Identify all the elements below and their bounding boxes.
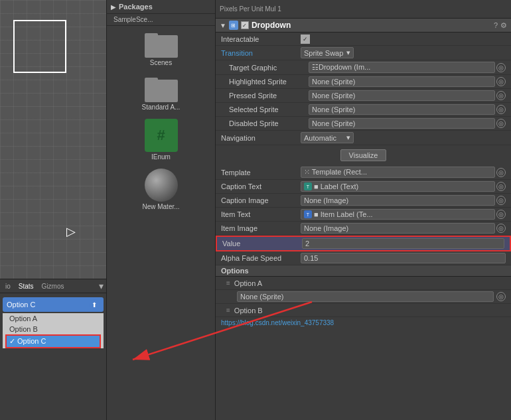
- pressed-sprite-field[interactable]: None (Sprite): [309, 90, 495, 101]
- item-text-field[interactable]: T ■ Item Label (Te...: [301, 209, 495, 220]
- navigation-dropdown[interactable]: Automatic ▾: [301, 132, 354, 143]
- selected-sprite-label: Selected Sprite: [229, 105, 309, 113]
- caption-text-field[interactable]: T ■ Label (Text): [301, 181, 495, 192]
- disabled-sprite-field[interactable]: None (Sprite): [309, 118, 495, 129]
- highlighted-sprite-field[interactable]: None (Sprite): [309, 76, 495, 87]
- transition-dropdown[interactable]: Sprite Swap ▾: [301, 47, 354, 58]
- options-handle-b-icon: ≡: [226, 307, 230, 314]
- folder-ienum-label: IEnum: [151, 153, 171, 161]
- dropdown-selected[interactable]: Option C ⬆: [3, 297, 104, 312]
- selected-sprite-pick-icon[interactable]: ◎: [496, 105, 506, 114]
- disabled-sprite-pick-icon[interactable]: ◎: [496, 119, 506, 128]
- navigation-value: Automatic ▾: [301, 132, 506, 143]
- tab-stats[interactable]: Stats: [16, 281, 36, 291]
- nav-dropdown-chevron-icon: ▾: [346, 133, 350, 142]
- pressed-sprite-value: None (Sprite) ◎: [309, 90, 506, 101]
- disabled-sprite-value: None (Sprite) ◎: [309, 118, 506, 129]
- prop-target-graphic: Target Graphic ☷Dropdown (Im... ◎: [216, 60, 511, 75]
- dropdown-selected-label: Option C: [7, 301, 35, 309]
- tab-gizmos[interactable]: Gizmos: [39, 281, 67, 291]
- packages-arrow-icon: ▶: [111, 3, 116, 11]
- highlighted-sprite-value: None (Sprite) ◎: [309, 76, 506, 87]
- selected-sprite-value: None (Sprite) ◎: [309, 104, 506, 115]
- prop-caption-text: Caption Text T ■ Label (Text) ◎: [216, 180, 511, 194]
- value-label: Value: [222, 240, 302, 247]
- watermark: https://blog.csdn.net/weixin_43757338: [216, 317, 511, 328]
- options-a-sprite-field[interactable]: None (Sprite): [237, 291, 494, 302]
- item-text-value: T ■ Item Label (Te... ◎: [301, 209, 506, 220]
- caption-image-pick-icon[interactable]: ◎: [496, 196, 506, 205]
- visualize-button[interactable]: Visualize: [340, 149, 387, 161]
- sample-scene-row[interactable]: SampleSce...: [107, 14, 215, 26]
- dropdown-up-arrow-icon[interactable]: ⬆: [89, 299, 100, 310]
- caption-image-field[interactable]: None (Image): [301, 195, 495, 206]
- value-field[interactable]: 2: [302, 238, 504, 249]
- options-item-a-sprite: None (Sprite) ◎: [216, 290, 511, 304]
- viewport-shape: [13, 20, 66, 73]
- transition-label[interactable]: Transition: [221, 49, 301, 57]
- option-b[interactable]: Option B: [3, 324, 104, 334]
- folder-ienum[interactable]: # IEnum: [107, 115, 215, 165]
- prop-alpha-fade: Alpha Fade Speed 0.15: [216, 251, 511, 265]
- caption-text-value: T ■ Label (Text) ◎: [301, 181, 506, 192]
- item-text-pick-icon[interactable]: ◎: [496, 210, 506, 219]
- caption-text-label: Caption Text: [221, 182, 301, 190]
- prop-transition: Transition Sprite Swap ▾: [216, 46, 511, 60]
- interactable-checkbox[interactable]: ✓: [301, 35, 310, 44]
- item-image-label: Item Image: [221, 224, 301, 232]
- pressed-sprite-pick-icon[interactable]: ◎: [496, 91, 506, 100]
- target-graphic-field[interactable]: ☷Dropdown (Im...: [309, 62, 495, 73]
- options-item-b: ≡ Option B: [216, 304, 511, 317]
- item-image-field[interactable]: None (Image): [301, 223, 495, 234]
- prop-interactable: Interactable ✓: [216, 33, 511, 46]
- help-icon[interactable]: ?: [494, 21, 498, 29]
- option-c[interactable]: ✓ Option C: [7, 336, 100, 347]
- pixels-per-unit-label: Pixels Per Unit Mul 1: [220, 5, 507, 13]
- folder-scenes[interactable]: Scenes: [107, 26, 215, 70]
- tab-io[interactable]: io: [3, 281, 13, 291]
- folder-scenes-icon: [145, 30, 178, 58]
- component-expand-icon[interactable]: ▼: [220, 22, 226, 29]
- component-checkbox[interactable]: ✓: [241, 21, 249, 29]
- interactable-label: Interactable: [221, 35, 301, 43]
- template-pick-icon[interactable]: ◎: [496, 168, 506, 177]
- pressed-sprite-label: Pressed Sprite: [229, 92, 309, 100]
- highlighted-sprite-pick-icon[interactable]: ◎: [496, 77, 506, 86]
- caption-text-pick-icon[interactable]: ◎: [496, 182, 506, 191]
- options-item-a: ≡ Option A: [216, 277, 511, 290]
- left-panel: ▷ io Stats Gizmos ▾ Option C ⬆ Option A …: [0, 0, 106, 420]
- option-a[interactable]: Option A: [3, 313, 104, 324]
- packages-label: Packages: [119, 3, 153, 11]
- alpha-fade-value: 0.15: [301, 253, 506, 263]
- template-field[interactable]: ⁙ Template (Rect...: [301, 167, 495, 178]
- value-value: 2: [302, 238, 504, 249]
- prop-value: Value 2: [216, 236, 511, 251]
- prop-template: Template ⁙ Template (Rect... ◎: [216, 165, 511, 180]
- folder-body: [145, 35, 178, 58]
- packages-row[interactable]: ▶ Packages: [107, 0, 215, 14]
- folder-material[interactable]: New Mater...: [107, 165, 215, 214]
- folder-scenes-label: Scenes: [150, 59, 172, 66]
- item-text-icon: T: [304, 210, 312, 218]
- caption-image-label: Caption Image: [221, 196, 301, 204]
- options-section-header: Options: [216, 265, 511, 277]
- right-panel: Pixels Per Unit Mul 1 ▼ ⊞ ✓ Dropdown ? ⚙…: [216, 0, 511, 420]
- settings-icon[interactable]: ⚙: [500, 21, 507, 30]
- target-graphic-label: Target Graphic: [229, 64, 309, 72]
- navigation-label: Navigation: [221, 134, 301, 142]
- component-icon: ⊞: [229, 21, 238, 30]
- tab-more-icon[interactable]: ▾: [99, 281, 104, 291]
- item-image-pick-icon[interactable]: ◎: [496, 224, 506, 233]
- folder-standard[interactable]: Standard A...: [107, 70, 215, 115]
- inspector-content: Interactable ✓ Transition Sprite Swap ▾ …: [216, 33, 511, 420]
- bottom-panel-content: Option C ⬆ Option A Option B ✓ Option C: [0, 297, 106, 348]
- selected-sprite-field[interactable]: None (Sprite): [309, 104, 495, 115]
- target-graphic-pick-icon[interactable]: ◎: [496, 63, 506, 72]
- options-a-sprite-pick-icon[interactable]: ◎: [496, 292, 506, 301]
- folder-material-label: New Mater...: [142, 203, 179, 210]
- middle-panel: ▶ Packages SampleSce... Scenes Standard …: [106, 0, 216, 420]
- alpha-fade-field[interactable]: 0.15: [301, 253, 506, 263]
- template-value: ⁙ Template (Rect... ◎: [301, 167, 506, 178]
- disabled-sprite-label: Disabled Sprite: [229, 119, 309, 127]
- interactable-value: ✓: [301, 35, 506, 44]
